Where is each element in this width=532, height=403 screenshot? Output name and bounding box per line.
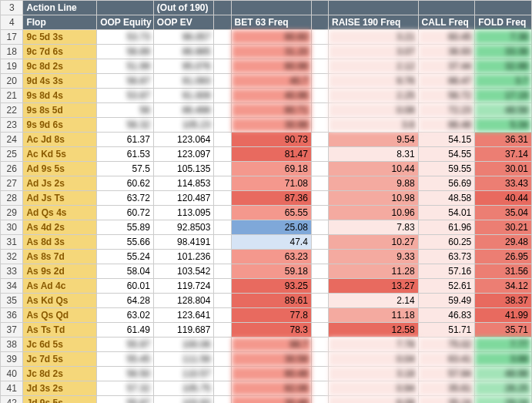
row-number[interactable]: 42 (1, 396, 23, 404)
gap-cell[interactable] (214, 133, 231, 147)
fold-cell[interactable]: 38.37 (475, 294, 532, 308)
call-cell[interactable]: 56.72 (418, 89, 475, 103)
flop-cell[interactable]: As 8d 3s (23, 235, 97, 250)
raise190-cell[interactable]: 9.88 (328, 176, 418, 191)
fold-cell[interactable]: 33.43 (475, 176, 532, 191)
oop-ev-cell[interactable]: 114.853 (153, 176, 214, 191)
oop-equity-cell[interactable]: 55.87 (97, 396, 154, 404)
bet63-cell[interactable]: 59.18 (231, 264, 311, 279)
gap-cell[interactable] (214, 206, 231, 220)
oop-ev-cell[interactable]: 105.135 (153, 162, 214, 176)
oop-equity-cell[interactable]: 61.37 (97, 133, 154, 147)
oop-equity-cell[interactable]: 57.32 (97, 381, 154, 396)
oop-equity-cell[interactable]: 55.89 (97, 220, 154, 235)
flop-cell[interactable]: As Kd Qs (23, 294, 97, 308)
table-row[interactable]: 179c 5d 3s53.7396.05780.603.2160.457.36 (1, 30, 532, 45)
flop-cell[interactable]: Jc 6d 5s (23, 338, 97, 352)
bet63-cell[interactable]: 25.08 (231, 220, 311, 235)
header-bet63[interactable]: BET 63 Freq (231, 15, 311, 30)
row-number[interactable]: 29 (1, 206, 23, 220)
call-cell[interactable]: 54.01 (418, 206, 475, 220)
bet63-cell[interactable]: 63.23 (231, 250, 311, 264)
call-cell[interactable]: 54.15 (418, 133, 475, 147)
flop-cell[interactable]: 9s 9d 6s (23, 118, 97, 133)
row-number[interactable]: 35 (1, 294, 23, 308)
raise190-cell[interactable]: 10.27 (328, 235, 418, 250)
flop-cell[interactable]: As 4d 2s (23, 220, 97, 235)
oop-equity-cell[interactable]: 53.73 (97, 30, 154, 45)
oop-ev-cell[interactable]: 103.93 (153, 396, 214, 404)
raise190-cell[interactable]: 11.28 (328, 264, 418, 279)
gap-cell[interactable] (214, 279, 231, 294)
gap-cell[interactable] (214, 30, 231, 45)
fold-cell[interactable]: 34.12 (475, 279, 532, 294)
table-row[interactable]: 229s 8s 5d5686.49880.710.0872.2348.58 (1, 103, 532, 118)
raise190-cell[interactable]: 7.78 (328, 338, 418, 352)
oop-ev-cell[interactable]: 110.57 (153, 367, 214, 381)
flop-cell[interactable]: Jc 7d 5s (23, 352, 97, 367)
gap-cell[interactable] (311, 264, 328, 279)
gap-cell[interactable] (214, 381, 231, 396)
raise190-cell[interactable]: 9.54 (328, 133, 418, 147)
table-row[interactable]: 209d 4s 3s56.8791.09340.79.7686.473.7 (1, 74, 532, 89)
gap-cell[interactable] (214, 352, 231, 367)
flop-cell[interactable]: 9c 5d 3s (23, 30, 97, 45)
gap-cell[interactable] (311, 89, 328, 103)
gap-cell[interactable] (311, 59, 328, 74)
fold-cell[interactable]: 35.04 (475, 206, 532, 220)
row-number[interactable]: 18 (1, 45, 23, 59)
bet63-cell[interactable]: 30.58 (231, 352, 311, 367)
table-row[interactable]: 239s 9d 6s56.32105.2330.983.686.485.34 (1, 118, 532, 133)
oop-equity-cell[interactable]: 55.24 (97, 250, 154, 264)
row-number[interactable]: 3 (1, 1, 23, 15)
fold-cell[interactable]: 3.68 (475, 352, 532, 367)
gap-cell[interactable] (311, 133, 328, 147)
fold-cell[interactable]: 29.48 (475, 235, 532, 250)
bet63-cell[interactable]: 87.36 (231, 191, 311, 206)
row-number[interactable]: 26 (1, 162, 23, 176)
header-flop[interactable]: Flop (23, 15, 97, 30)
gap-cell[interactable] (311, 235, 328, 250)
flop-cell[interactable]: 9d 4s 3s (23, 74, 97, 89)
flop-cell[interactable]: 9s 8d 4s (23, 89, 97, 103)
table-row[interactable]: 27Ad Js 2s60.62114.85371.089.8856.6933.4… (1, 176, 532, 191)
table-row[interactable]: 199c 8d 2s51.9995.07680.982.1237.4432.86 (1, 59, 532, 74)
fold-cell[interactable]: 33.36 (475, 45, 532, 59)
gap-cell[interactable] (311, 352, 328, 367)
oop-ev-cell[interactable]: 119.687 (153, 323, 214, 338)
gap-cell[interactable] (311, 147, 328, 162)
gap-cell[interactable] (214, 396, 231, 404)
gap-cell[interactable] (311, 294, 328, 308)
table-row[interactable]: 38Jc 6d 5s55.97100.0688.77.7875.027.77 (1, 338, 532, 352)
oop-equity-cell[interactable]: 60.01 (97, 279, 154, 294)
bet63-cell[interactable]: 81.47 (231, 147, 311, 162)
fold-cell[interactable]: 31.56 (475, 264, 532, 279)
row-number[interactable]: 23 (1, 118, 23, 133)
oop-equity-cell[interactable]: 56 (97, 103, 154, 118)
call-cell[interactable]: 48.58 (418, 191, 475, 206)
raise190-cell[interactable]: 3.18 (328, 367, 418, 381)
gap-cell[interactable] (214, 338, 231, 352)
oop-equity-cell[interactable]: 57.5 (97, 162, 154, 176)
table-row[interactable]: 41Jd 3s 2s57.32105.7582.060.9435.6126.25 (1, 381, 532, 396)
gap-cell[interactable] (214, 103, 231, 118)
table-row[interactable]: 219s 8d 4s53.8791.00940.962.2556.7217.19 (1, 89, 532, 103)
oop-equity-cell[interactable]: 56.87 (97, 74, 154, 89)
header-row-3[interactable]: 3 Action Line (Out of 190) (1, 1, 532, 15)
table-row[interactable]: 33As 9s 2d58.04103.54259.1811.2857.1631.… (1, 264, 532, 279)
raise190-cell[interactable]: 3.07 (328, 45, 418, 59)
bet63-cell[interactable]: 78.3 (231, 323, 311, 338)
row-number[interactable]: 25 (1, 147, 23, 162)
fold-cell[interactable]: 41.99 (475, 308, 532, 323)
bet63-cell[interactable]: 88.7 (231, 338, 311, 352)
oop-ev-cell[interactable]: 123.097 (153, 147, 214, 162)
flop-cell[interactable]: Jd 9s 5s (23, 396, 97, 404)
row-number[interactable]: 36 (1, 308, 23, 323)
gap-cell[interactable] (214, 294, 231, 308)
bet63-cell[interactable]: 40.96 (231, 89, 311, 103)
oop-ev-cell[interactable]: 98.4191 (153, 235, 214, 250)
header-out-of[interactable]: (Out of 190) (153, 1, 214, 15)
header-raise190[interactable]: RAISE 190 Freq (328, 15, 418, 30)
row-number[interactable]: 39 (1, 352, 23, 367)
raise190-cell[interactable]: 9.76 (328, 74, 418, 89)
